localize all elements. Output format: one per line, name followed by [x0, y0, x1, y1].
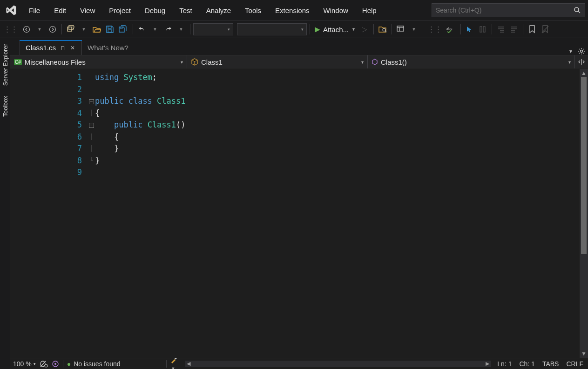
line-number: 1 — [10, 72, 82, 84]
menu-tools[interactable]: Tools — [238, 4, 268, 17]
menu-view[interactable]: View — [74, 4, 101, 17]
side-channel: Server Explorer Toolbox — [0, 38, 10, 369]
code-line[interactable]: public Class1() — [95, 119, 580, 131]
code-line[interactable] — [95, 167, 580, 179]
line-number: 4 — [10, 107, 82, 120]
menu-extensions[interactable]: Extensions — [269, 4, 316, 17]
spellcheck-button[interactable]: abc — [445, 23, 458, 35]
scroll-down-arrow[interactable]: ▼ — [580, 350, 588, 357]
code-line[interactable]: { — [95, 131, 580, 143]
screwdriver-icon[interactable]: ▼ — [170, 356, 179, 369]
svg-rect-5 — [69, 26, 73, 30]
line-number: 9 — [10, 167, 82, 179]
undo-dropdown[interactable]: ▼ — [149, 23, 161, 35]
svg-rect-16 — [483, 27, 485, 32]
line-number: 8 — [10, 155, 82, 167]
code-line[interactable]: } — [95, 143, 580, 155]
attach-debugger-button[interactable]: ▶ Attach... ▼ — [313, 23, 358, 35]
scope-combo[interactable]: C# Miscellaneous Files ▾ — [10, 55, 187, 68]
error-lens-icon[interactable] — [40, 360, 48, 368]
fold-marker: │ — [88, 131, 95, 143]
menu-test[interactable]: Test — [173, 4, 199, 17]
bookmark-button[interactable] — [526, 23, 538, 35]
search-box[interactable] — [432, 3, 585, 17]
tab-whats-new[interactable]: What's New? — [82, 40, 134, 55]
find-in-files-button[interactable] — [377, 23, 389, 35]
svg-point-24 — [54, 363, 56, 365]
editor-status-bar: 100 % ▾ ● No issues found ▼ ◀ ▶ Ln: 1 Ch… — [10, 358, 588, 369]
drag-handle-icon[interactable]: ⋮⋮ — [2, 23, 20, 35]
member-label: Class1() — [381, 58, 407, 66]
svg-rect-15 — [480, 27, 482, 32]
nav-back-button[interactable] — [20, 23, 33, 35]
menu-edit[interactable]: Edit — [47, 4, 73, 17]
code-line[interactable]: using System; — [95, 72, 580, 84]
search-input[interactable] — [436, 7, 574, 14]
cursor-char[interactable]: Ch: 1 — [519, 360, 534, 368]
member-combo[interactable]: Class1() ▾ — [368, 55, 575, 68]
check-ok-icon: ● — [67, 360, 71, 368]
vertical-scrollbar[interactable]: ▲ ▼ — [580, 69, 588, 358]
code-editor[interactable]: 123456789 −│−││└ using System; public cl… — [10, 69, 588, 358]
horizontal-scrollbar[interactable]: ◀ ▶ — [185, 361, 491, 367]
fold-marker[interactable]: − — [88, 119, 95, 131]
indent-button — [495, 23, 507, 35]
redo-button[interactable] — [162, 23, 174, 35]
document-tabstrip: Class1.cs ⊓ ✕ What's New? ▼ — [10, 38, 588, 55]
hscroll-left-arrow[interactable]: ◀ — [185, 361, 192, 367]
save-all-button[interactable] — [117, 23, 130, 35]
new-project-dropdown[interactable]: ▼ — [78, 23, 90, 35]
close-icon[interactable]: ✕ — [69, 44, 76, 52]
intellicode-icon[interactable] — [52, 360, 59, 368]
fold-column[interactable]: −│−││└ — [88, 69, 95, 358]
line-ending-mode[interactable]: CRLF — [566, 360, 583, 368]
fold-marker[interactable]: − — [88, 95, 95, 107]
new-project-button[interactable] — [65, 23, 77, 35]
cursor-select-button[interactable] — [464, 23, 476, 35]
drag-handle2-icon[interactable]: ⋮⋮ — [426, 23, 444, 35]
menu-window[interactable]: Window — [317, 4, 354, 17]
scroll-thumb[interactable] — [581, 77, 587, 254]
code-line[interactable]: } — [95, 155, 580, 167]
menu-project[interactable]: Project — [102, 4, 137, 17]
svg-point-22 — [45, 364, 47, 367]
menu-debug[interactable]: Debug — [138, 4, 172, 17]
solution-platform-combo[interactable]: ▾ — [237, 23, 307, 35]
issues-indicator[interactable]: ● No issues found — [67, 360, 121, 368]
code-line[interactable] — [95, 84, 580, 96]
step-button-disabled: ▷ — [358, 23, 371, 35]
pin-icon[interactable]: ⊓ — [60, 44, 66, 52]
settings-gear-icon[interactable] — [578, 47, 585, 55]
window-layout-dropdown[interactable]: ▼ — [408, 23, 420, 35]
window-layout-button[interactable] — [395, 23, 407, 35]
menu-file[interactable]: File — [22, 4, 47, 17]
outdent-button — [508, 23, 520, 35]
cursor-line[interactable]: Ln: 1 — [497, 360, 512, 368]
line-number: 7 — [10, 143, 82, 155]
zoom-combo[interactable]: 100 % ▾ — [13, 360, 36, 368]
menu-analyze[interactable]: Analyze — [200, 4, 237, 17]
type-combo[interactable]: Class1 ▾ — [187, 55, 368, 68]
code-line[interactable]: public class Class1 — [95, 95, 580, 107]
tab-overflow-dropdown[interactable]: ▼ — [568, 49, 573, 54]
code-content[interactable]: using System; public class Class1{ publi… — [95, 69, 580, 358]
server-explorer-tab[interactable]: Server Explorer — [2, 43, 9, 87]
save-button[interactable] — [104, 23, 116, 35]
menu-bar: FileEditViewProjectDebugTestAnalyzeTools… — [0, 0, 588, 20]
menu-help[interactable]: Help — [356, 4, 383, 17]
indent-mode[interactable]: TABS — [542, 360, 559, 368]
tab-class1[interactable]: Class1.cs ⊓ ✕ — [20, 40, 82, 55]
open-file-button[interactable] — [91, 23, 103, 35]
hscroll-right-arrow[interactable]: ▶ — [484, 361, 491, 367]
scroll-up-arrow[interactable]: ▲ — [580, 70, 588, 76]
code-line[interactable]: { — [95, 107, 580, 120]
undo-button[interactable] — [136, 23, 148, 35]
toolbox-tab[interactable]: Toolbox — [2, 95, 9, 118]
nav-back-dropdown[interactable]: ▼ — [34, 23, 46, 35]
solution-config-combo[interactable]: ▾ — [193, 23, 233, 35]
vs-logo-icon — [3, 2, 20, 19]
nav-forward-button[interactable] — [47, 23, 59, 35]
redo-dropdown[interactable]: ▼ — [175, 23, 187, 35]
split-editor-button[interactable] — [575, 55, 588, 68]
svg-text:abc: abc — [446, 26, 453, 31]
